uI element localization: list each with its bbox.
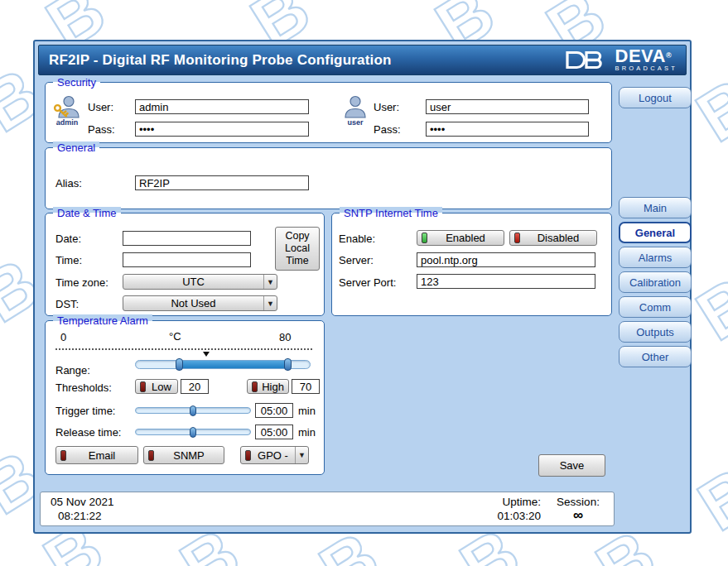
timezone-select[interactable]: UTC ▼ xyxy=(123,274,277,290)
user-user-label: User: xyxy=(374,101,399,113)
range-high-handle[interactable] xyxy=(284,358,292,371)
registered-mark-icon: ® xyxy=(666,51,672,60)
user-pass-label: Pass: xyxy=(374,123,401,136)
uptime-value: 01:03:20 xyxy=(497,509,541,523)
date-label: Date: xyxy=(55,233,81,245)
user-username-input[interactable] xyxy=(426,99,589,114)
security-legend: Security xyxy=(53,76,100,89)
admin-password-input[interactable] xyxy=(135,122,309,137)
date-input[interactable] xyxy=(123,231,251,246)
page-background: B B B B B B B B B B B B B B B RF2IP - Di… xyxy=(0,0,728,566)
sidebar-item-label: Outputs xyxy=(636,326,674,338)
copy-local-time-label: Copy Local Time xyxy=(285,230,310,266)
admin-person-icon xyxy=(52,95,82,118)
user-password-input[interactable] xyxy=(426,122,589,137)
alias-label: Alias: xyxy=(55,177,82,189)
deva-monogram-icon xyxy=(565,50,610,70)
copy-local-time-button[interactable]: Copy Local Time xyxy=(275,227,320,271)
high-threshold-input[interactable] xyxy=(292,379,320,394)
general-section: General Alias: xyxy=(45,147,612,209)
temperature-alarm-section: Temperature Alarm 0 °C 80 Range: Thresho… xyxy=(45,320,325,475)
trigger-time-input[interactable] xyxy=(255,403,293,418)
high-label: High xyxy=(258,381,288,393)
sidebar-item-label: Other xyxy=(642,351,669,363)
deva-logo-text: DEVA® BROADCAST xyxy=(615,48,677,72)
enabled-led-icon xyxy=(422,233,427,243)
sntp-legend: SNTP Internet Time xyxy=(340,207,442,219)
trigger-slider-handle[interactable] xyxy=(190,405,196,416)
time-input[interactable] xyxy=(123,252,251,267)
timezone-value: UTC xyxy=(123,276,263,288)
sntp-port-input[interactable] xyxy=(417,274,595,289)
release-time-input[interactable] xyxy=(255,424,293,439)
current-temperature-marker-icon xyxy=(203,352,210,357)
statusbar-session: Session: ∞ xyxy=(554,495,602,521)
sidebar-item-other[interactable]: Other xyxy=(619,346,692,367)
session-value: ∞ xyxy=(554,509,602,521)
thresholds-label: Thresholds: xyxy=(55,381,112,394)
security-section: Security admin User: Pass: user xyxy=(45,82,612,143)
snmp-led-icon xyxy=(148,450,154,461)
release-time-slider[interactable] xyxy=(135,429,251,435)
chevron-down-icon: ▼ xyxy=(263,296,277,310)
time-label: Time: xyxy=(55,254,82,266)
low-threshold-input[interactable] xyxy=(181,379,209,394)
sntp-section: SNTP Internet Time Enable: Enabled Disab… xyxy=(331,213,612,316)
low-threshold-button[interactable]: Low xyxy=(135,379,178,394)
brand-name: DEVA® xyxy=(615,48,677,64)
logout-button[interactable]: Logout xyxy=(619,87,692,108)
dst-select[interactable]: Not Used ▼ xyxy=(123,295,277,311)
scale-unit-label: °C xyxy=(169,330,181,343)
snmp-label: SNMP xyxy=(154,449,224,462)
deva-logo: DEVA® BROADCAST xyxy=(565,48,677,72)
save-label: Save xyxy=(539,459,605,472)
low-label: Low xyxy=(146,381,177,393)
statusbar: 05 Nov 2021 08:21:22 Uptime: 01:03:20 Se… xyxy=(40,492,615,526)
disabled-label: Disabled xyxy=(520,232,596,244)
low-led-icon xyxy=(140,381,146,392)
temperature-range-slider[interactable] xyxy=(135,360,311,369)
dst-label: DST: xyxy=(55,298,79,310)
sntp-server-label: Server: xyxy=(339,254,374,266)
alias-input[interactable] xyxy=(135,175,309,190)
sidebar-item-main[interactable]: Main xyxy=(619,197,692,218)
enabled-label: Enabled xyxy=(427,232,504,244)
range-low-handle[interactable] xyxy=(176,358,183,371)
sntp-disabled-button[interactable]: Disabled xyxy=(509,230,597,246)
sidebar-item-outputs[interactable]: Outputs xyxy=(619,321,692,343)
email-label: Email xyxy=(66,449,137,462)
admin-username-input[interactable] xyxy=(135,99,309,114)
titlebar: RF2IP - Digital RF Monitoring Probe Conf… xyxy=(38,45,687,75)
sidebar-item-label: Comm xyxy=(639,301,671,314)
statusbar-uptime: Uptime: 01:03:20 xyxy=(497,495,541,523)
release-slider-handle[interactable] xyxy=(190,427,196,438)
general-legend: General xyxy=(53,142,99,154)
sidebar-item-comm[interactable]: Comm xyxy=(619,296,692,318)
sntp-port-label: Server Port: xyxy=(339,276,396,289)
sntp-server-input[interactable] xyxy=(417,252,595,267)
scale-max-label: 80 xyxy=(279,331,291,343)
uptime-label: Uptime: xyxy=(497,495,541,509)
datetime-legend: Date & Time xyxy=(53,207,121,219)
sidebar-item-general[interactable]: General xyxy=(619,222,692,243)
email-alarm-button[interactable]: Email xyxy=(55,446,138,464)
range-slider-fill xyxy=(180,361,288,368)
trigger-time-slider[interactable] xyxy=(135,407,251,414)
sidebar-item-alarms[interactable]: Alarms xyxy=(619,247,692,268)
brand-name-text: DEVA xyxy=(615,46,667,66)
gpo-alarm-select[interactable]: GPO - ▼ xyxy=(240,446,309,464)
logout-label: Logout xyxy=(639,92,672,104)
release-unit-label: min xyxy=(298,426,316,439)
sntp-enable-label: Enable: xyxy=(339,233,375,245)
sidebar-item-label: Main xyxy=(644,202,667,214)
snmp-alarm-button[interactable]: SNMP xyxy=(143,446,224,464)
high-threshold-button[interactable]: High xyxy=(247,379,289,394)
trigger-unit-label: min xyxy=(298,405,316,417)
sidebar-item-calibration[interactable]: Calibration xyxy=(619,271,692,293)
user-icon-caption: user xyxy=(347,118,363,127)
high-led-icon xyxy=(252,381,258,392)
chevron-down-icon: ▼ xyxy=(295,447,308,463)
user-person-icon xyxy=(340,95,370,118)
save-button[interactable]: Save xyxy=(538,454,605,477)
sntp-enabled-button[interactable]: Enabled xyxy=(417,230,504,246)
